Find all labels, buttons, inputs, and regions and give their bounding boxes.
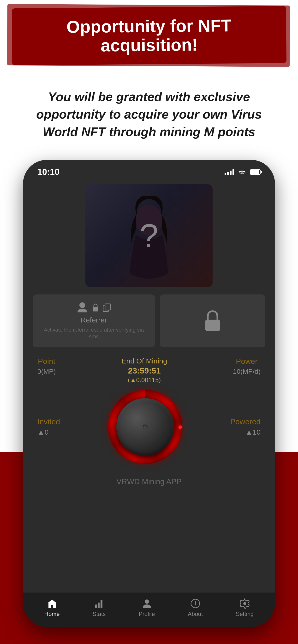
svg-rect-9 [95,604,97,605]
dial-section: Invited ▲0 Powered ▲10 [23,384,275,475]
svg-rect-6 [95,605,97,608]
svg-point-13 [243,602,246,605]
mining-rate: (▲0.00115) [128,376,161,384]
invited-stat: Invited ▲0 [37,417,60,436]
nav-item-about[interactable]: i About [188,598,203,618]
nav-label-profile: Profile [139,611,155,618]
power-label: Power [236,357,258,366]
nav-item-home[interactable]: Home [44,598,60,618]
powered-value: ▲10 [245,428,261,436]
battery-icon [250,170,261,175]
svg-rect-8 [100,600,102,608]
status-icons [225,169,261,175]
nav-item-profile[interactable]: Profile [139,598,155,618]
point-stat: Point 0(MP) [37,357,56,376]
mining-label: End Of Mining [121,357,167,365]
nav-item-stats[interactable]: Stats [93,598,106,618]
header-title: Opportunity for NFT acquisition! [26,16,272,56]
dial-inner [116,398,174,456]
subtitle-section: You will be granted with exclusive oppor… [0,72,298,155]
mining-time: 23:59:51 [128,366,161,376]
point-value: 0(MP) [37,368,56,376]
phone-wrapper: 10:10 [0,155,298,644]
wifi-icon [238,169,246,175]
referral-sub-text: Activate the referral code after verifyi… [40,326,148,340]
svg-rect-7 [98,602,100,608]
lock-small-icon [91,303,100,312]
nft-card[interactable]: ? [85,184,213,287]
point-label: Point [38,357,55,366]
phone-mockup: 10:10 [23,160,275,627]
referral-box-left[interactable]: Referrer Activate the referral code afte… [33,294,155,348]
nav-label-stats: Stats [93,611,106,618]
status-bar: 10:10 [23,160,275,180]
svg-point-1 [79,302,85,308]
signal-bars-icon [225,169,234,175]
power-stat: Power 10(MP/d) [233,357,261,376]
nav-label-setting: Setting [236,611,254,618]
svg-point-10 [145,600,149,604]
lock-icon [203,310,222,332]
svg-text:i: i [195,600,196,606]
profile-icon [141,598,152,609]
svg-rect-5 [205,320,220,331]
referral-section: Referrer Activate the referral code afte… [23,294,275,348]
nav-item-setting[interactable]: Setting [236,598,254,618]
powered-stat: Powered ▲10 [230,417,261,436]
dial-knob-container[interactable] [107,388,184,465]
power-value: 10(MP/d) [233,368,261,376]
dial-indicator [179,426,182,429]
copy-icon [103,303,111,312]
dial-center-dot [143,424,147,429]
powered-label: Powered [230,417,261,426]
referral-icons [76,302,111,314]
stats-icon [94,598,104,609]
status-time: 10:10 [37,167,60,177]
app-label: VRWD Mining APP [23,475,275,491]
nav-label-home: Home [44,611,60,618]
svg-rect-2 [93,307,98,312]
mining-center: End Of Mining 23:59:51 (▲0.00115) [121,357,167,384]
invited-label: Invited [37,417,60,426]
person-icon [76,302,88,314]
invited-value-text: ▲0 [37,428,49,436]
home-icon [47,598,57,609]
settings-icon [239,598,250,609]
invited-value: ▲0 [37,428,49,436]
header-banner: Opportunity for NFT acquisition! [12,6,286,66]
nft-question-mark: ? [140,216,158,255]
svg-rect-4 [105,304,110,310]
header-banner-wrapper: Opportunity for NFT acquisition! [0,0,298,72]
powered-value-text: ▲10 [245,428,261,436]
stats-row: Point 0(MP) End Of Mining 23:59:51 (▲0.0… [23,348,275,384]
bottom-nav: Home Stats Profile [23,592,275,627]
nav-label-about: About [188,611,203,618]
about-icon: i [190,598,201,609]
dial-outer-ring [108,390,182,464]
referral-label: Referrer [81,316,107,324]
referral-box-right[interactable] [160,294,265,348]
subtitle-text: You will be granted with exclusive oppor… [19,88,279,140]
